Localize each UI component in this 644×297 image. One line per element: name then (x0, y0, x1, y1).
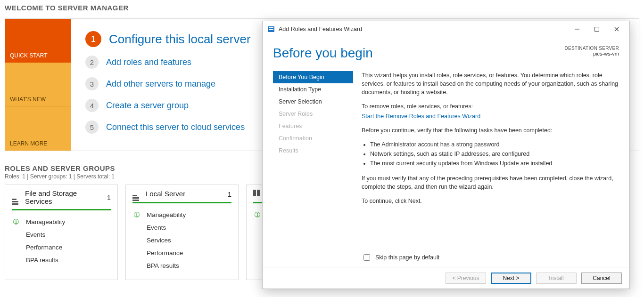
sidenav-quick-start[interactable]: QUICK START (5, 19, 71, 63)
wizard-footer: < Previous Next > Install Cancel (263, 267, 629, 289)
nav-features: Features (273, 120, 353, 132)
tile-row-performance[interactable]: Performance (132, 247, 231, 259)
tile-row-performance[interactable]: Performance (12, 241, 111, 254)
wizard-nav: Before You Begin Installation Type Serve… (273, 71, 353, 253)
tile-title: Local Server (146, 190, 223, 198)
tile-local-server[interactable]: Local Server 1 ➀Manageability Events Ser… (125, 185, 239, 280)
svg-rect-3 (575, 29, 579, 30)
window-maximize-button[interactable] (587, 23, 607, 36)
welcome-sidenav: QUICK START WHAT'S NEW LEARN MORE (5, 19, 71, 151)
tile-file-storage-services[interactable]: File and Storage Services 1 ➀Manageabili… (5, 185, 118, 280)
step-label: Create a server group (106, 101, 189, 111)
svg-rect-1 (269, 27, 273, 28)
sidenav-learn-more[interactable]: LEARN MORE (5, 106, 71, 151)
wizard-app-icon (267, 25, 275, 33)
storage-icon (12, 193, 20, 202)
prereq-item: The Administrator account has a strong p… (370, 140, 619, 149)
tile-count: 1 (228, 190, 231, 198)
add-roles-features-wizard-dialog: Add Roles and Features Wizard Before you… (262, 21, 630, 289)
cancel-button[interactable]: Cancel (581, 273, 622, 284)
start-remove-wizard-link[interactable]: Start the Remove Roles and Features Wiza… (362, 113, 480, 120)
tile-row-events[interactable]: Events (12, 228, 111, 241)
arrow-up-circle-icon: ➀ (132, 211, 141, 218)
next-button[interactable]: Next > (491, 273, 531, 284)
wizard-prereq-list: The Administrator account has a strong p… (362, 140, 619, 168)
previous-button: < Previous (446, 273, 486, 284)
step-number-badge: 1 (85, 31, 101, 47)
wizard-close-line: If you must verify that any of the prece… (362, 174, 619, 191)
window-close-button[interactable] (607, 23, 627, 36)
step-number-badge: 3 (85, 77, 99, 90)
tile-count: 1 (107, 193, 111, 201)
wizard-continue-line: To continue, click Next. (362, 197, 619, 205)
skip-page-checkbox[interactable] (363, 254, 370, 261)
destination-server-name: pics-ws-vm (564, 51, 619, 56)
step-number-badge: 2 (85, 56, 99, 69)
tile-row-manageability[interactable]: ➀Manageability (12, 215, 111, 228)
nav-server-roles: Server Roles (273, 108, 353, 120)
wizard-heading: Before you begin (273, 46, 564, 61)
svg-rect-2 (269, 29, 273, 30)
step-label: Connect this server to cloud services (106, 122, 245, 132)
step-label: Configure this local server (109, 32, 251, 47)
nav-confirmation: Confirmation (273, 132, 353, 144)
all-servers-icon (253, 190, 262, 198)
nav-installation-type[interactable]: Installation Type (273, 83, 353, 96)
destination-server-block: DESTINATION SERVER pics-ws-vm (564, 46, 619, 56)
arrow-up-circle-icon: ➀ (12, 218, 20, 225)
tile-row-events[interactable]: Events (132, 221, 231, 234)
window-minimize-button[interactable] (567, 23, 587, 36)
nav-server-selection[interactable]: Server Selection (273, 96, 353, 108)
server-icon (132, 190, 141, 198)
wizard-verify-line: Before you continue, verify that the fol… (362, 126, 619, 135)
nav-before-you-begin[interactable]: Before You Begin (273, 71, 353, 83)
welcome-title: WELCOME TO SERVER MANAGER (0, 0, 644, 18)
nav-results: Results (273, 144, 353, 157)
wizard-remove-line: To remove roles, role services, or featu… (362, 102, 619, 111)
tile-row-bpa-results[interactable]: BPA results (132, 259, 231, 272)
tile-title: File and Storage Services (25, 190, 102, 205)
wizard-intro-text: This wizard helps you install roles, rol… (362, 71, 619, 96)
step-label: Add other servers to manage (106, 79, 215, 89)
wizard-content: This wizard helps you install roles, rol… (353, 71, 619, 253)
arrow-up-circle-icon: ➀ (253, 211, 262, 218)
skip-page-label: Skip this page by default (375, 254, 439, 261)
sidenav-whats-new[interactable]: WHAT'S NEW (5, 63, 71, 106)
step-label: Add roles and features (106, 57, 191, 67)
install-button: Install (536, 273, 577, 284)
tile-row-services[interactable]: Services (132, 234, 231, 247)
dialog-titlebar[interactable]: Add Roles and Features Wizard (263, 21, 629, 37)
tile-row-manageability[interactable]: ➀Manageability (132, 208, 231, 221)
prereq-item: Network settings, such as static IP addr… (370, 150, 619, 158)
step-number-badge: 4 (85, 99, 99, 112)
svg-rect-4 (595, 27, 599, 31)
prereq-item: The most current security updates from W… (370, 159, 619, 168)
destination-server-label: DESTINATION SERVER (564, 46, 619, 51)
dialog-title: Add Roles and Features Wizard (279, 26, 567, 32)
step-number-badge: 5 (85, 120, 99, 134)
tile-row-bpa-results[interactable]: BPA results (12, 254, 111, 266)
